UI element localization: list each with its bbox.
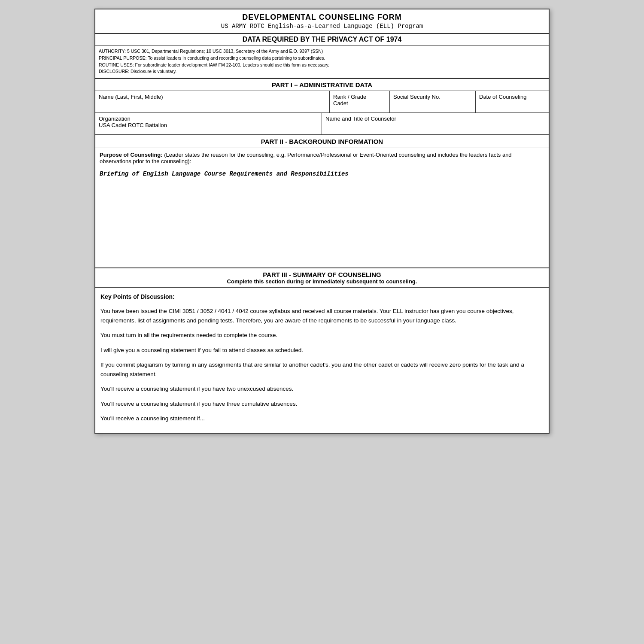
counseling-date-cell: Date of Counseling xyxy=(476,91,549,112)
form-title: DEVELOPMENTAL COUNSELING FORM xyxy=(97,13,547,22)
admin-row-1: Name (Last, First, Middle) Rank / Grade … xyxy=(95,91,549,113)
discussion-para-4: If you commit plagiarism by turning in a… xyxy=(100,360,544,380)
name-label: Name (Last, First, Middle) xyxy=(99,94,163,100)
privacy-text-block: AUTHORITY: 5 USC 301, Departmental Regul… xyxy=(95,46,549,79)
rank-label: Rank / Grade xyxy=(333,94,366,100)
discussion-para-1: You have been issued the CIMI 3051 / 305… xyxy=(100,307,544,326)
privacy-act-title: DATA REQUIRED BY THE PRIVACY ACT OF 1974 xyxy=(97,36,547,43)
principal-purpose-text: PRINCIPAL PURPOSE: To assist leaders in … xyxy=(99,55,545,62)
rank-cell: Rank / Grade Cadet xyxy=(330,91,390,112)
admin-row-2: Organization USA Cadet ROTC Battalion Na… xyxy=(95,113,549,135)
part3-header: PART III - SUMMARY OF COUNSELING Complet… xyxy=(95,268,549,288)
discussion-para-7: You'll receive a counseling statement if… xyxy=(100,414,544,423)
ssn-cell: Social Security No. xyxy=(390,91,476,112)
discussion-para-6: You'll receive a counseling statement if… xyxy=(100,399,544,409)
part1-header: PART I – ADMINISTRATIVE DATA xyxy=(95,79,549,91)
disclosure-text: DISCLOSURE: Disclosure is voluntary. xyxy=(99,68,545,75)
organization-cell: Organization USA Cadet ROTC Battalion xyxy=(95,113,322,134)
organization-value: USA Cadet ROTC Battalion xyxy=(99,122,167,128)
part2-header: PART II - BACKGROUND INFORMATION xyxy=(95,135,549,148)
privacy-act-header: DATA REQUIRED BY THE PRIVACY ACT OF 1974 xyxy=(95,34,549,46)
ssn-label: Social Security No. xyxy=(393,94,440,100)
part3-body: Key Points of Discussion: You have been … xyxy=(95,288,549,433)
routine-uses-text: ROUTINE USES: For subordinate leader dev… xyxy=(99,62,545,69)
discussion-para-2: You must turn in all the requirements ne… xyxy=(100,331,544,340)
key-points-label: Key Points of Discussion: xyxy=(100,292,544,302)
organization-label: Organization xyxy=(99,115,131,122)
briefing-text: Briefing of English Language Course Requ… xyxy=(100,170,544,177)
form-page: DEVELOPMENTAL COUNSELING FORM US ARMY RO… xyxy=(94,9,550,434)
part3-title: PART III - SUMMARY OF COUNSELING xyxy=(98,271,546,278)
rank-value: Cadet xyxy=(333,100,348,106)
form-subtitle: US ARMY ROTC English-as-a-Learned Langua… xyxy=(97,23,547,30)
purpose-label: Purpose of Counseling: xyxy=(100,152,163,158)
discussion-para-3: I will give you a counseling statement i… xyxy=(100,346,544,355)
part3-subtitle: Complete this section during or immediat… xyxy=(98,278,546,285)
counseling-date-label: Date of Counseling xyxy=(479,94,527,100)
counselor-cell: Name and Title of Counselor xyxy=(322,113,549,134)
authority-text: AUTHORITY: 5 USC 301, Departmental Regul… xyxy=(99,48,545,55)
name-cell: Name (Last, First, Middle) xyxy=(95,91,330,112)
part2-body: Purpose of Counseling: (Leader states th… xyxy=(95,148,549,268)
form-header: DEVELOPMENTAL COUNSELING FORM US ARMY RO… xyxy=(95,9,549,34)
discussion-para-5: You'll receive a counseling statement if… xyxy=(100,384,544,394)
counselor-label: Name and Title of Counselor xyxy=(325,115,396,122)
